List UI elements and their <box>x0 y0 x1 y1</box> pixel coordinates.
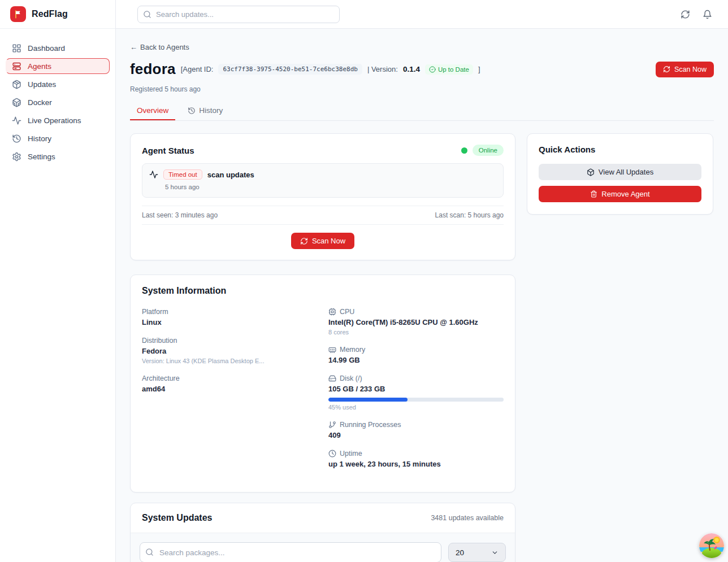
online-badge: Online <box>473 145 504 156</box>
cpu-cores: 8 cores <box>328 329 504 336</box>
gear-icon <box>12 152 21 162</box>
sidebar-item-label: Updates <box>28 80 56 89</box>
disk-progress-track <box>328 398 504 402</box>
online-dot <box>461 147 467 154</box>
sidebar-item-live-operations[interactable]: Live Operations <box>6 112 110 128</box>
agent-title-group: fedora [Agent ID: 63cf7f38-3975-4520-be5… <box>130 60 480 78</box>
version-value: 0.1.4 <box>403 65 420 73</box>
remove-agent-label: Remove Agent <box>601 190 649 198</box>
sidebar-item-dashboard[interactable]: Dashboard <box>6 40 110 56</box>
disk-value: 105 GB / 233 GB <box>328 385 504 393</box>
uptime-group: Uptime up 1 week, 23 hours, 15 minutes <box>328 450 504 468</box>
trash-icon <box>590 190 597 198</box>
timed-out-badge: Timed out <box>163 169 202 180</box>
sidebar-item-settings[interactable]: Settings <box>6 149 110 164</box>
right-column: Quick Actions View All Updates Remove Ag… <box>527 133 713 215</box>
sidebar-item-label: History <box>28 134 51 143</box>
sidebar-item-updates[interactable]: Updates <box>6 76 110 92</box>
registered-text: Registered 5 hours ago <box>130 85 714 93</box>
cube-icon <box>12 98 21 107</box>
island-floating-button[interactable] <box>699 533 724 558</box>
system-updates-card: System Updates 3481 updates available 20 <box>130 503 515 562</box>
tab-bar: Overview History <box>130 103 714 121</box>
remove-agent-button[interactable]: Remove Agent <box>539 186 701 202</box>
layout-grid-icon <box>12 43 21 53</box>
redflag-logo[interactable] <box>10 6 26 22</box>
agent-title-row: fedora [Agent ID: 63cf7f38-3975-4520-be5… <box>130 60 714 78</box>
server-icon <box>12 62 21 71</box>
architecture-value: amd64 <box>142 385 328 393</box>
disk-used-label: 45% used <box>328 404 504 411</box>
page-size-select[interactable]: 20 <box>448 543 506 562</box>
tab-overview[interactable]: Overview <box>130 103 175 120</box>
processes-group: Running Processes 409 <box>328 421 504 439</box>
tab-history[interactable]: History <box>181 103 229 120</box>
distribution-group: Distribution Fedora Version: Linux 43 (K… <box>142 337 328 364</box>
search-icon <box>143 10 151 19</box>
cpu-label: CPU <box>340 308 354 316</box>
sidebar-item-label: Docker <box>28 98 52 107</box>
scan-now-button-top[interactable]: Scan Now <box>656 62 714 77</box>
system-updates-title: System Updates <box>142 513 213 523</box>
system-info-right: CPU Intel(R) Core(TM) i5-8265U CPU @ 1.6… <box>328 308 504 478</box>
sidebar-item-docker[interactable]: Docker <box>6 94 110 110</box>
agent-id-value: 63cf7f38-3975-4520-be51-7ce6bc38e8db <box>218 64 362 75</box>
memory-label: Memory <box>340 346 365 354</box>
disk-group: Disk (/) 105 GB / 233 GB 45% used <box>328 374 504 411</box>
page-size-value: 20 <box>456 548 464 557</box>
sidebar-item-history[interactable]: History <box>6 130 110 146</box>
quick-actions-card: Quick Actions View All Updates Remove Ag… <box>527 133 713 215</box>
up-to-date-badge: Up to Date <box>425 64 473 75</box>
cpu-icon <box>328 308 336 316</box>
scan-now-label: Scan Now <box>312 237 345 245</box>
bell-icon[interactable] <box>703 10 712 19</box>
agent-id-label: [Agent ID: <box>181 65 214 73</box>
sidebar-item-label: Settings <box>28 153 55 161</box>
activity-icon <box>12 116 21 125</box>
back-to-agents-link[interactable]: ← Back to Agents <box>130 43 189 51</box>
cpu-value: Intel(R) Core(TM) i5-8265U CPU @ 1.60GHz <box>328 318 504 326</box>
view-all-updates-label: View All Updates <box>599 168 653 176</box>
sidebar-item-label: Dashboard <box>28 44 65 53</box>
scan-button-wrap: Scan Now <box>142 224 504 249</box>
sidebar-nav: Dashboard Agents Updates Docker Live Ope… <box>0 29 115 164</box>
uptime-value: up 1 week, 23 hours, 15 minutes <box>328 460 504 468</box>
brand-name: RedFlag <box>32 9 68 19</box>
search-icon <box>145 548 154 556</box>
last-seen-text: Last seen: 3 minutes ago <box>142 211 218 219</box>
scan-now-button-card[interactable]: Scan Now <box>291 233 354 249</box>
scan-now-label: Scan Now <box>674 66 707 73</box>
content-grid: Agent Status Online Timed out scan updat… <box>130 133 714 562</box>
sidebar-item-agents[interactable]: Agents <box>6 58 110 74</box>
package-search-input[interactable] <box>140 542 441 562</box>
uptime-label: Uptime <box>340 450 362 458</box>
bracket-close: ] <box>478 65 480 73</box>
topbar <box>116 0 728 29</box>
agent-status-title: Agent Status <box>142 146 194 155</box>
system-info-grid: Platform Linux Distribution Fedora Versi… <box>142 308 504 478</box>
version-label: | Version: <box>367 65 398 73</box>
system-information-title: System Information <box>142 286 504 296</box>
architecture-group: Architecture amd64 <box>142 374 328 393</box>
sidebar: RedFlag Dashboard Agents Updates Docker … <box>0 0 116 562</box>
left-column: Agent Status Online Timed out scan updat… <box>130 133 515 562</box>
flag-icon <box>14 10 23 19</box>
activity-icon <box>149 170 158 179</box>
system-updates-header: System Updates 3481 updates available <box>131 503 515 533</box>
refresh-icon[interactable] <box>681 10 690 19</box>
git-branch-icon <box>328 421 336 429</box>
view-all-updates-button[interactable]: View All Updates <box>539 164 701 180</box>
check-circle-icon <box>429 66 436 73</box>
search-input[interactable] <box>137 6 340 23</box>
memory-value: 14.99 GB <box>328 356 504 364</box>
chevron-down-icon <box>491 549 499 556</box>
brand-header: RedFlag <box>0 0 115 29</box>
updates-available-count: 3481 updates available <box>431 514 504 522</box>
package-search <box>140 542 441 562</box>
history-icon <box>12 134 21 143</box>
processes-value: 409 <box>328 431 504 439</box>
architecture-label: Architecture <box>142 374 328 382</box>
cpu-group: CPU Intel(R) Core(TM) i5-8265U CPU @ 1.6… <box>328 308 504 336</box>
package-icon <box>12 80 21 89</box>
clock-icon <box>328 450 336 458</box>
